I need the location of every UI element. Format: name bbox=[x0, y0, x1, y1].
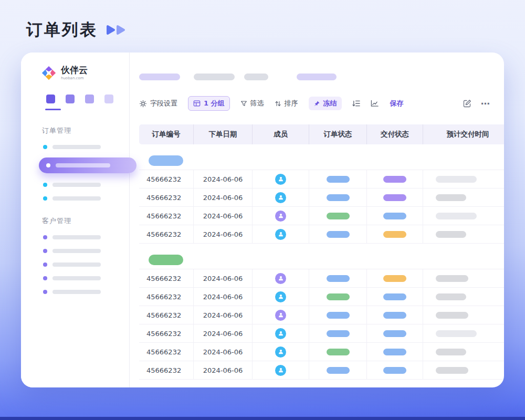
order-status-cell[interactable] bbox=[309, 306, 367, 324]
column-header-1[interactable]: 订单编号 bbox=[139, 124, 194, 144]
sidebar-item[interactable] bbox=[43, 145, 129, 149]
eta-cell[interactable] bbox=[423, 225, 504, 243]
sidebar-item-active[interactable] bbox=[39, 158, 136, 173]
workspace-tab-4[interactable] bbox=[104, 94, 113, 103]
order-date-cell[interactable]: 2024-06-06 bbox=[194, 188, 253, 206]
delivery-status-cell[interactable] bbox=[367, 170, 423, 188]
order-number-cell[interactable]: 45666232 bbox=[139, 269, 194, 287]
table-row[interactable]: 456662322024-06-06 bbox=[139, 343, 504, 361]
order-number-cell[interactable]: 45666232 bbox=[139, 207, 194, 225]
order-number-cell[interactable]: 45666232 bbox=[139, 288, 194, 306]
delivery-status-cell[interactable] bbox=[367, 188, 423, 206]
eta-cell[interactable] bbox=[423, 361, 504, 379]
group-header-row[interactable] bbox=[139, 151, 504, 170]
workspace-tab-2[interactable] bbox=[66, 94, 75, 103]
delivery-status-cell[interactable] bbox=[367, 207, 423, 225]
sidebar-item[interactable] bbox=[43, 196, 129, 201]
member-cell[interactable] bbox=[253, 225, 309, 243]
order-date-cell[interactable]: 2024-06-06 bbox=[194, 170, 253, 188]
freeze-button[interactable]: 冻结 bbox=[309, 97, 342, 110]
column-header-2[interactable]: 下单日期 bbox=[194, 124, 253, 144]
edit-icon[interactable] bbox=[463, 99, 471, 108]
order-status-cell[interactable] bbox=[309, 343, 367, 361]
table-row[interactable]: 456662322024-06-06 bbox=[139, 225, 504, 244]
order-status-cell[interactable] bbox=[309, 288, 367, 306]
order-status-cell[interactable] bbox=[309, 207, 367, 225]
order-date-cell[interactable]: 2024-06-06 bbox=[194, 361, 253, 379]
table-row[interactable]: 456662322024-06-06 bbox=[139, 170, 504, 188]
eta-cell[interactable] bbox=[423, 324, 504, 342]
sidebar-item[interactable] bbox=[43, 235, 129, 239]
order-number-cell[interactable]: 45666232 bbox=[139, 225, 194, 243]
delivery-status-cell[interactable] bbox=[367, 343, 423, 361]
delivery-status-cell[interactable] bbox=[367, 324, 423, 342]
order-date-cell[interactable]: 2024-06-06 bbox=[194, 288, 253, 306]
group-header-row[interactable] bbox=[139, 250, 504, 269]
eta-cell[interactable] bbox=[423, 269, 504, 287]
eta-cell[interactable] bbox=[423, 207, 504, 225]
table-row[interactable]: 456662322024-06-06 bbox=[139, 324, 504, 343]
order-date-cell[interactable]: 2024-06-06 bbox=[194, 306, 253, 324]
delivery-status-cell[interactable] bbox=[367, 225, 423, 243]
eta-cell[interactable] bbox=[423, 188, 504, 206]
order-date-cell[interactable]: 2024-06-06 bbox=[194, 343, 253, 361]
column-header-4[interactable]: 订单状态 bbox=[309, 124, 367, 144]
group-button[interactable]: 1 分组 bbox=[188, 96, 230, 111]
order-number-cell[interactable]: 45666232 bbox=[139, 306, 194, 324]
sidebar-item[interactable] bbox=[43, 249, 129, 253]
table-row[interactable]: 456662322024-06-06 bbox=[139, 361, 504, 380]
more-button[interactable]: ⋯ bbox=[481, 98, 490, 109]
member-cell[interactable] bbox=[253, 361, 309, 379]
sidebar-item[interactable] bbox=[43, 183, 129, 187]
order-status-cell[interactable] bbox=[309, 324, 367, 342]
member-cell[interactable] bbox=[253, 207, 309, 225]
order-number-cell[interactable]: 45666232 bbox=[139, 361, 194, 379]
delivery-status-cell[interactable] bbox=[367, 361, 423, 379]
order-status-cell[interactable] bbox=[309, 188, 367, 206]
order-number-cell[interactable]: 45666232 bbox=[139, 170, 194, 188]
order-date-cell[interactable]: 2024-06-06 bbox=[194, 324, 253, 342]
eta-cell[interactable] bbox=[423, 288, 504, 306]
filter-button[interactable]: 筛选 bbox=[240, 99, 264, 108]
order-status-cell[interactable] bbox=[309, 361, 367, 379]
order-status-cell[interactable] bbox=[309, 269, 367, 287]
table-row[interactable]: 456662322024-06-06 bbox=[139, 306, 504, 324]
workspace-tab-1[interactable] bbox=[46, 94, 55, 103]
order-status-cell[interactable] bbox=[309, 170, 367, 188]
column-header-5[interactable]: 交付状态 bbox=[367, 124, 423, 144]
row-height-icon[interactable] bbox=[352, 100, 360, 107]
delivery-status-cell[interactable] bbox=[367, 306, 423, 324]
order-date-cell[interactable]: 2024-06-06 bbox=[194, 269, 253, 287]
field-settings-button[interactable]: 字段设置 bbox=[139, 99, 177, 108]
member-cell[interactable] bbox=[253, 269, 309, 287]
save-button[interactable]: 保存 bbox=[390, 99, 404, 108]
eta-cell[interactable] bbox=[423, 170, 504, 188]
sidebar-item[interactable] bbox=[43, 290, 129, 294]
order-number-cell[interactable]: 45666232 bbox=[139, 324, 194, 342]
member-cell[interactable] bbox=[253, 288, 309, 306]
order-number-cell[interactable]: 45666232 bbox=[139, 343, 194, 361]
member-cell[interactable] bbox=[253, 343, 309, 361]
sidebar-item[interactable] bbox=[43, 276, 129, 280]
eta-cell[interactable] bbox=[423, 306, 504, 324]
column-header-6[interactable]: 预计交付时间 bbox=[423, 124, 504, 144]
table-row[interactable]: 456662322024-06-06 bbox=[139, 188, 504, 207]
member-cell[interactable] bbox=[253, 170, 309, 188]
delivery-status-cell[interactable] bbox=[367, 269, 423, 287]
sidebar-item[interactable] bbox=[43, 262, 129, 267]
delivery-status-cell[interactable] bbox=[367, 288, 423, 306]
chart-icon[interactable] bbox=[371, 100, 379, 107]
member-cell[interactable] bbox=[253, 188, 309, 206]
order-date-cell[interactable]: 2024-06-06 bbox=[194, 225, 253, 243]
table-row[interactable]: 456662322024-06-06 bbox=[139, 288, 504, 306]
table-row[interactable]: 456662322024-06-06 bbox=[139, 207, 504, 225]
logo[interactable]: 伙伴云 huoban.com bbox=[41, 65, 129, 81]
member-cell[interactable] bbox=[253, 324, 309, 342]
eta-cell[interactable] bbox=[423, 343, 504, 361]
column-header-3[interactable]: 成员 bbox=[253, 124, 309, 144]
member-cell[interactable] bbox=[253, 306, 309, 324]
sort-button[interactable]: 排序 bbox=[275, 99, 298, 108]
order-date-cell[interactable]: 2024-06-06 bbox=[194, 207, 253, 225]
order-number-cell[interactable]: 45666232 bbox=[139, 188, 194, 206]
order-status-cell[interactable] bbox=[309, 225, 367, 243]
